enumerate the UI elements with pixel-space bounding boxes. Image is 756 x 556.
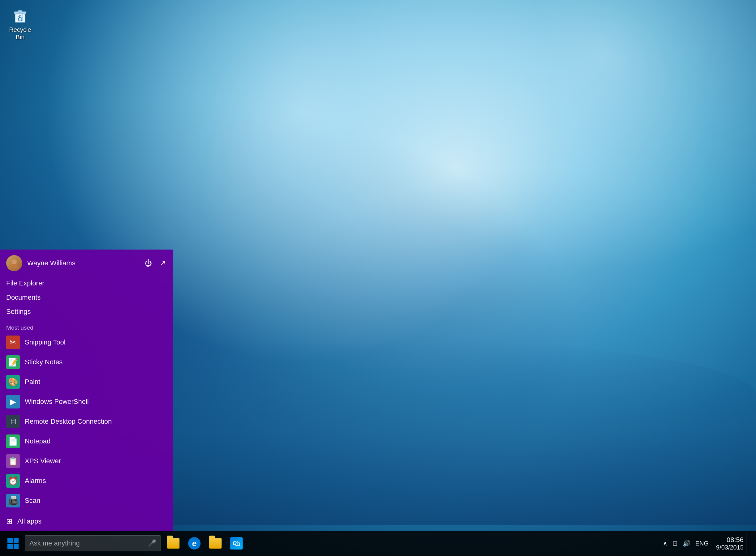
start-link-file-explorer[interactable]: File Explorer (6, 276, 167, 290)
store-icon: 🛍 (230, 537, 242, 550)
all-apps-grid-icon: ⊞ (6, 517, 12, 526)
svg-rect-2 (18, 10, 22, 12)
start-link-documents[interactable]: Documents (6, 290, 167, 305)
show-desktop-button[interactable] (746, 533, 751, 554)
start-link-settings[interactable]: Settings (6, 305, 167, 319)
start-menu: Wayne Williams ⏻ ↗ File Explorer Documen… (0, 249, 173, 531)
svg-point-7 (12, 259, 17, 265)
recycle-bin-label: Recycle Bin (8, 26, 32, 41)
most-used-label: Most used (0, 321, 173, 333)
folder2-icon (209, 538, 222, 549)
start-menu-links: File Explorer Documents Settings (0, 274, 173, 321)
paint-label: Paint (25, 378, 40, 386)
xps-label: XPS Viewer (25, 457, 61, 465)
app-alarms[interactable]: ⏰ Alarms (0, 471, 173, 491)
search-input[interactable] (29, 539, 148, 547)
powershell-label: Windows PowerShell (25, 398, 89, 406)
snipping-tool-label: Snipping Tool (25, 338, 66, 346)
taskbar-edge[interactable]: e (185, 533, 204, 554)
user-name: Wayne Williams (27, 259, 143, 267)
notepad-icon: 📄 (6, 435, 20, 448)
microphone-icon[interactable]: 🎤 (148, 539, 156, 547)
sticky-notes-label: Sticky Notes (25, 358, 63, 366)
edge-icon: e (188, 537, 200, 550)
network-icon[interactable]: ⊡ (671, 538, 679, 548)
taskbar-clock[interactable]: 08:56 9/03/2015 (716, 536, 744, 551)
user-avatar[interactable] (6, 255, 22, 271)
start-button[interactable] (2, 533, 24, 554)
recycle-bin-graphic (11, 6, 29, 25)
desktop: Recycle Bin Wayne Williams ⏻ ↗ File Expl… (0, 0, 756, 556)
alarms-label: Alarms (25, 477, 46, 485)
start-menu-footer: ⊞ All apps (0, 512, 173, 531)
taskbar-folder2[interactable] (205, 533, 225, 554)
snipping-tool-icon: ✂ (6, 336, 20, 349)
powershell-icon: ▶ (6, 395, 20, 409)
alarms-icon: ⏰ (6, 474, 20, 488)
all-apps-button[interactable]: ⊞ All apps (6, 517, 41, 526)
xps-icon: 📋 (6, 454, 20, 468)
recycle-bin-icon[interactable]: Recycle Bin (8, 6, 32, 41)
clock-date: 9/03/2015 (716, 544, 744, 551)
chevron-up-icon[interactable]: ∧ (662, 538, 669, 548)
app-notepad[interactable]: 📄 Notepad (0, 431, 173, 451)
taskbar-search-box[interactable]: 🎤 (25, 535, 161, 551)
app-rdp[interactable]: 🖥 Remote Desktop Connection (0, 412, 173, 431)
app-paint[interactable]: 🎨 Paint (0, 372, 173, 392)
expand-button[interactable]: ↗ (159, 257, 167, 269)
taskbar-apps: e 🛍 (163, 533, 246, 554)
clock-time: 08:56 (727, 536, 744, 544)
system-tray: ∧ ⊡ 🔊 ENG 08:56 9/03/2015 (662, 533, 754, 554)
notepad-label: Notepad (25, 437, 51, 445)
app-snipping-tool[interactable]: ✂ Snipping Tool (0, 333, 173, 352)
rdp-icon: 🖥 (6, 415, 20, 428)
sticky-notes-icon: 📝 (6, 355, 20, 369)
app-xps-viewer[interactable]: 📋 XPS Viewer (0, 451, 173, 471)
volume-icon[interactable]: 🔊 (682, 538, 692, 548)
app-sticky-notes[interactable]: 📝 Sticky Notes (0, 352, 173, 372)
paint-icon: 🎨 (6, 375, 20, 389)
power-button[interactable]: ⏻ (143, 257, 154, 269)
taskbar-store[interactable]: 🛍 (227, 533, 246, 554)
language-label[interactable]: ENG (694, 539, 710, 548)
app-scan[interactable]: 📠 Scan (0, 491, 173, 511)
scan-icon: 📠 (6, 494, 20, 508)
start-menu-actions: ⏻ ↗ (143, 257, 167, 269)
taskbar-file-explorer[interactable] (163, 533, 183, 554)
start-menu-header: Wayne Williams ⏻ ↗ (0, 249, 173, 274)
scan-label: Scan (25, 497, 40, 505)
rdp-label: Remote Desktop Connection (25, 417, 112, 425)
app-powershell[interactable]: ▶ Windows PowerShell (0, 392, 173, 412)
all-apps-label: All apps (17, 517, 41, 525)
file-explorer-icon (167, 538, 179, 549)
taskbar: 🎤 e 🛍 ∧ ⊡ 🔊 ENG (0, 531, 756, 556)
windows-logo-icon (7, 538, 19, 549)
